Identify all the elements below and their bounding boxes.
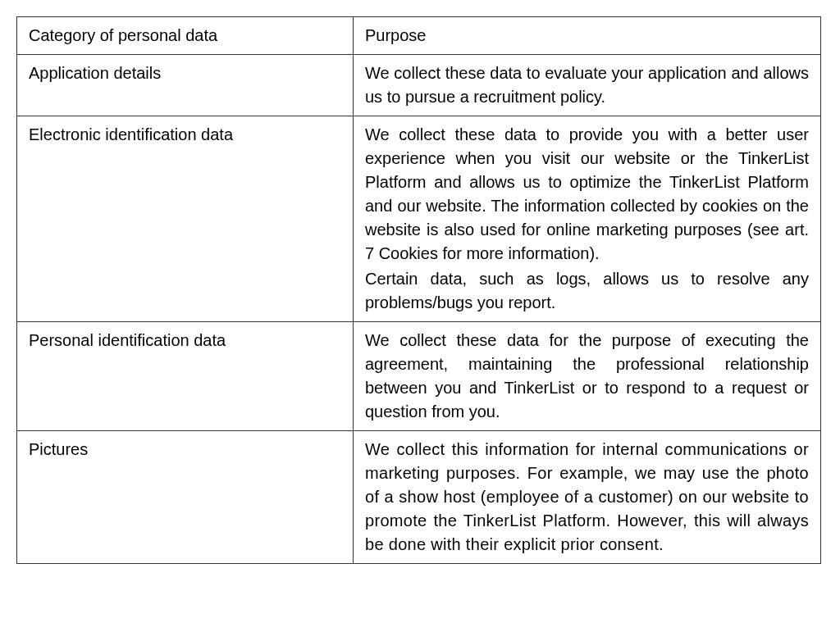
cell-purpose: We collect these data to evaluate your a… <box>354 55 821 116</box>
header-purpose: Purpose <box>354 17 821 55</box>
cell-category: Pictures <box>17 431 354 564</box>
cell-purpose: We collect these data for the purpose of… <box>354 322 821 431</box>
table-row: Application details We collect these dat… <box>17 55 821 116</box>
cell-purpose: We collect these data to provide you wit… <box>354 116 821 322</box>
table-row: Personal identification data We collect … <box>17 322 821 431</box>
table-row: Pictures We collect this information for… <box>17 431 821 564</box>
data-category-table: Category of personal data Purpose Applic… <box>16 16 821 564</box>
cell-category: Application details <box>17 55 354 116</box>
cell-category: Personal identification data <box>17 322 354 431</box>
cell-category: Electronic identification data <box>17 116 354 322</box>
header-category: Category of personal data <box>17 17 354 55</box>
purpose-paragraph: Certain data, such as logs, allows us to… <box>365 267 809 315</box>
table-header-row: Category of personal data Purpose <box>17 17 821 55</box>
cell-purpose: We collect this information for internal… <box>354 431 821 564</box>
purpose-paragraph: We collect these data to provide you wit… <box>365 123 809 266</box>
table-row: Electronic identification data We collec… <box>17 116 821 322</box>
